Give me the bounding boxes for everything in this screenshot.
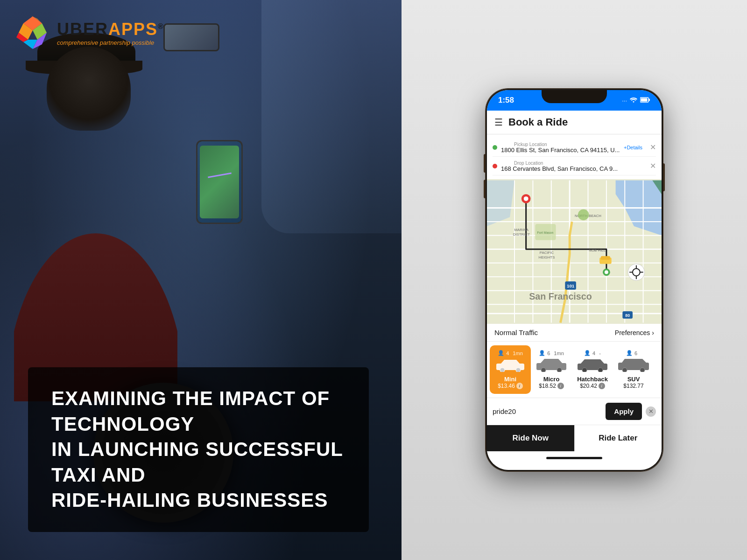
svg-text:80: 80	[625, 313, 630, 318]
drop-clear-icon[interactable]: ✕	[650, 161, 656, 170]
svg-point-61	[582, 368, 587, 372]
phone-vol-down-button	[484, 180, 486, 198]
phone-frame: 1:58 ···	[486, 89, 663, 471]
driver-head	[47, 47, 131, 131]
vehicle-price-mini: $13.46 i	[493, 383, 527, 389]
ride-later-button[interactable]: Ride Later	[574, 425, 662, 451]
svg-rect-57	[536, 363, 566, 370]
vehicle-price-hatchback: $20.42 i	[576, 383, 609, 389]
svg-text:DISTRICT: DISTRICT	[513, 232, 530, 237]
apply-button[interactable]: Apply	[606, 403, 642, 420]
svg-point-55	[500, 368, 505, 372]
pickup-row: Pickup Location 1800 Ellis St, San Franc…	[493, 138, 656, 157]
svg-point-33	[605, 270, 608, 274]
svg-point-51	[578, 209, 589, 220]
window-reflection	[261, 0, 402, 233]
battery-icon	[640, 97, 650, 104]
vehicle-meta-micro: 👤 6 1mn	[535, 350, 568, 356]
svg-rect-8	[649, 98, 650, 101]
drop-row: Drop Location 168 Cervantes Blvd, San Fr…	[493, 157, 656, 175]
phone-notch	[542, 90, 607, 103]
svg-text:NOB HILL: NOB HILL	[589, 248, 606, 252]
promo-code-area: Apply ✕	[487, 398, 662, 425]
preferences-link[interactable]: Preferences ›	[615, 329, 654, 336]
drop-label: Drop Location	[514, 161, 543, 166]
svg-text:San Francisco: San Francisco	[529, 291, 592, 301]
svg-text:HEIGHTS: HEIGHTS	[538, 255, 555, 259]
rearview-mirror	[163, 23, 219, 51]
promo-input[interactable]	[493, 407, 602, 415]
home-bar	[546, 457, 602, 459]
hero-text-overlay: EXAMINING THE IMPACT OF TECHNOLOGY IN LA…	[28, 367, 369, 532]
vehicle-name-mini: Mini	[493, 376, 527, 383]
vehicle-name-hatchback: Hatchback	[576, 376, 609, 383]
ride-now-button[interactable]: Ride Now	[487, 425, 574, 451]
svg-text:Fort Mason: Fort Mason	[537, 231, 554, 234]
person-icon: 👤	[498, 350, 504, 356]
background-photo: UBERAPPS® comprehensive partnership poss…	[0, 0, 402, 560]
right-panel: 1:58 ···	[402, 0, 747, 560]
info-icon-hatchback[interactable]: i	[599, 383, 605, 389]
phone-power-button	[663, 163, 665, 191]
pickup-clear-icon[interactable]: ✕	[650, 143, 656, 152]
vehicle-selector: 👤 4 1mn Mini $13.46 i	[487, 342, 662, 398]
phone-vol-up-button	[484, 154, 486, 173]
vehicle-meta-suv: 👤 6	[617, 350, 650, 356]
vehicle-price-suv: $132.77	[617, 383, 650, 389]
menu-icon[interactable]: ☰	[494, 117, 503, 128]
info-icon-micro[interactable]: i	[557, 383, 564, 389]
location-inputs: Pickup Location 1800 Ellis St, San Franc…	[487, 134, 662, 179]
vehicle-card-hatchback[interactable]: 👤 4 - Hatchback $20.42 i	[572, 345, 613, 394]
logo-area: UBERAPPS® comprehensive partnership poss…	[14, 14, 164, 51]
svg-point-62	[598, 368, 603, 372]
phone-screen: 1:58 ···	[487, 90, 662, 470]
chevron-right-icon: ›	[652, 329, 654, 336]
person-icon-hatchback: 👤	[584, 350, 591, 356]
svg-rect-9	[641, 98, 648, 101]
headline: EXAMINING THE IMPACT OF TECHNOLOGY IN LA…	[51, 386, 345, 513]
logo-icon	[14, 14, 51, 51]
svg-point-65	[640, 368, 645, 372]
person-icon-micro: 👤	[539, 350, 545, 356]
app-title: Book a Ride	[508, 116, 568, 128]
vehicle-card-mini[interactable]: 👤 4 1mn Mini $13.46 i	[490, 345, 531, 394]
app-header: ☰ Book a Ride	[487, 111, 662, 134]
action-buttons: Ride Now Ride Later	[487, 425, 662, 451]
info-icon-mini[interactable]: i	[516, 383, 523, 389]
map-view[interactable]: 101	[487, 179, 662, 324]
status-icons: ···	[622, 97, 650, 104]
promo-clear-button[interactable]: ✕	[646, 406, 656, 417]
vehicle-name-micro: Micro	[535, 376, 568, 383]
svg-rect-35	[601, 256, 610, 260]
vehicle-card-suv[interactable]: 👤 6 SUV $132.77	[613, 345, 654, 394]
svg-rect-60	[578, 364, 607, 370]
brand-tagline: comprehensive partnership possible	[57, 39, 164, 46]
info-bar: Normal Traffic Preferences ›	[487, 324, 662, 342]
details-link[interactable]: +Details	[624, 145, 642, 150]
pickup-label: Pickup Location	[514, 142, 547, 147]
person-icon-suv: 👤	[626, 350, 633, 356]
svg-point-64	[622, 368, 627, 372]
svg-text:101: 101	[567, 283, 575, 288]
vehicle-price-micro: $18.52 i	[535, 383, 568, 389]
brand-name: UBERAPPS®	[57, 20, 164, 39]
svg-point-59	[557, 368, 562, 372]
drop-dot	[493, 164, 497, 168]
status-time: 1:58	[498, 96, 514, 105]
status-bar: 1:58 ···	[487, 90, 662, 111]
vehicle-name-suv: SUV	[617, 376, 650, 383]
svg-point-56	[516, 368, 521, 372]
vehicle-meta-mini: 👤 4 1mn	[493, 350, 527, 356]
signal-icon: ···	[622, 97, 627, 104]
svg-point-58	[541, 368, 546, 372]
pickup-dot	[493, 145, 497, 150]
logo-text: UBERAPPS® comprehensive partnership poss…	[57, 20, 164, 46]
car-phone-mount	[196, 140, 243, 224]
home-indicator	[487, 451, 662, 464]
svg-text:MARINA: MARINA	[514, 228, 529, 232]
svg-point-31	[524, 196, 529, 201]
vehicle-meta-hatchback: 👤 4 -	[576, 350, 609, 356]
wifi-icon	[630, 97, 637, 104]
traffic-label: Normal Traffic	[494, 329, 538, 336]
vehicle-card-micro[interactable]: 👤 6 1mn Micro $18.52 i	[531, 345, 572, 394]
